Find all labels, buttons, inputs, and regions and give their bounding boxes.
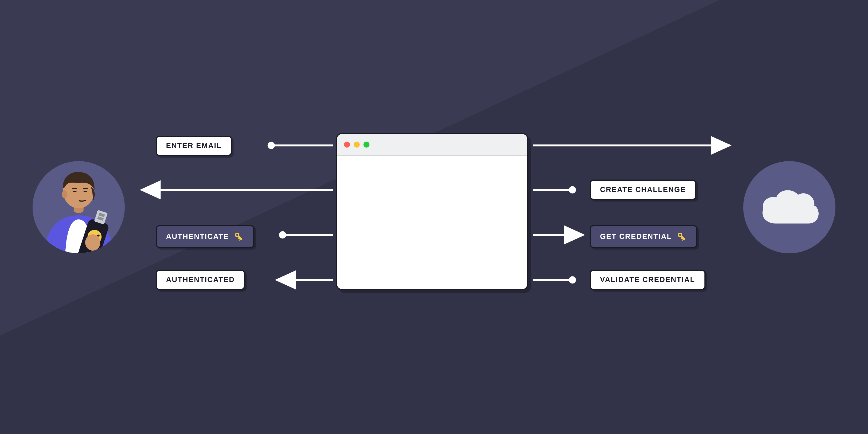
connectors [0,0,868,434]
diagram-stage: ENTER EMAIL AUTHENTICATE AUTHENTICATED C… [0,0,868,434]
